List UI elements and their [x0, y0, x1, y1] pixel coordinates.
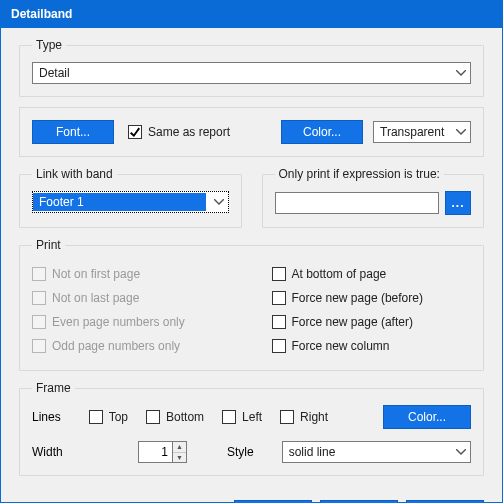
style-value: solid line [289, 445, 336, 459]
window-title: Detailband [11, 7, 72, 21]
force-new-page-before-label: Force new page (before) [292, 291, 423, 305]
checkbox-icon [280, 410, 294, 424]
checkbox-icon [32, 315, 46, 329]
checkbox-icon [32, 267, 46, 281]
frame-group: Frame Lines Top Bottom Left Right [19, 381, 484, 476]
link-band-select[interactable]: Footer 1 [32, 191, 229, 213]
expression-input[interactable] [275, 192, 440, 214]
not-last-page-label: Not on last page [52, 291, 139, 305]
checkbox-icon [89, 410, 103, 424]
title-bar: Detailband [1, 1, 502, 28]
not-first-page-checkbox: Not on first page [32, 262, 232, 286]
checkbox-icon [272, 291, 286, 305]
even-pages-label: Even page numbers only [52, 315, 185, 329]
color-button[interactable]: Color... [281, 120, 363, 144]
chevron-down-icon [456, 129, 466, 135]
force-new-page-after-label: Force new page (after) [292, 315, 413, 329]
odd-pages-label: Odd page numbers only [52, 339, 180, 353]
checkbox-icon [272, 339, 286, 353]
type-select[interactable]: Detail [32, 62, 471, 84]
client-area: Type Detail Font... Same as report Color… [1, 28, 502, 494]
link-band-value: Footer 1 [33, 193, 206, 211]
frame-right-checkbox[interactable]: Right [280, 410, 328, 424]
type-legend: Type [32, 38, 66, 52]
dialog-buttons: OK Cancel Help [1, 494, 502, 503]
even-pages-checkbox: Even page numbers only [32, 310, 232, 334]
frame-bottom-label: Bottom [166, 410, 204, 424]
frame-color-button[interactable]: Color... [383, 405, 471, 429]
frame-right-label: Right [300, 410, 328, 424]
force-new-page-before-checkbox[interactable]: Force new page (before) [272, 286, 472, 310]
force-new-column-checkbox[interactable]: Force new column [272, 334, 472, 358]
checkbox-icon [272, 315, 286, 329]
expression-legend: Only print if expression is true: [275, 167, 444, 181]
checkbox-icon [32, 339, 46, 353]
expression-browse-button[interactable]: ... [445, 191, 471, 215]
dialog-window: Detailband Type Detail Font... Same as r… [0, 0, 503, 503]
print-right-column: At bottom of page Force new page (before… [272, 262, 472, 358]
force-new-column-label: Force new column [292, 339, 390, 353]
frame-legend: Frame [32, 381, 75, 395]
chevron-down-icon [456, 449, 466, 455]
chevron-down-icon [214, 199, 224, 205]
lines-label: Lines [32, 410, 61, 424]
odd-pages-checkbox: Odd page numbers only [32, 334, 232, 358]
frame-top-label: Top [109, 410, 128, 424]
frame-left-label: Left [242, 410, 262, 424]
frame-bottom-checkbox[interactable]: Bottom [146, 410, 204, 424]
at-bottom-checkbox[interactable]: At bottom of page [272, 262, 472, 286]
same-as-report-label: Same as report [148, 125, 230, 139]
checkbox-icon [32, 291, 46, 305]
frame-top-checkbox[interactable]: Top [89, 410, 128, 424]
font-button[interactable]: Font... [32, 120, 114, 144]
at-bottom-label: At bottom of page [292, 267, 387, 281]
not-last-page-checkbox: Not on last page [32, 286, 232, 310]
font-color-group: Font... Same as report Color... Transpar… [19, 107, 484, 157]
frame-left-checkbox[interactable]: Left [222, 410, 262, 424]
print-group: Print Not on first page Not on last page… [19, 238, 484, 371]
force-new-page-after-checkbox[interactable]: Force new page (after) [272, 310, 472, 334]
style-label: Style [227, 445, 254, 459]
spinner-down-icon[interactable]: ▼ [173, 453, 186, 463]
width-spinner[interactable]: ▲ ▼ [138, 441, 187, 463]
width-label: Width [32, 445, 64, 459]
color-select[interactable]: Transparent [373, 121, 471, 143]
same-as-report-checkbox[interactable]: Same as report [128, 125, 230, 139]
not-first-page-label: Not on first page [52, 267, 140, 281]
checkbox-icon [146, 410, 160, 424]
print-left-column: Not on first page Not on last page Even … [32, 262, 232, 358]
spinner-up-icon[interactable]: ▲ [173, 442, 186, 453]
width-input[interactable] [138, 441, 172, 463]
checkbox-icon [272, 267, 286, 281]
type-group: Type Detail [19, 38, 484, 97]
checkbox-icon [128, 125, 142, 139]
expression-group: Only print if expression is true: ... [262, 167, 485, 228]
type-value: Detail [39, 66, 70, 80]
color-value: Transparent [380, 125, 444, 139]
checkbox-icon [222, 410, 236, 424]
link-band-legend: Link with band [32, 167, 117, 181]
link-band-group: Link with band Footer 1 [19, 167, 242, 228]
style-select[interactable]: solid line [282, 441, 471, 463]
chevron-down-icon [456, 70, 466, 76]
print-legend: Print [32, 238, 65, 252]
